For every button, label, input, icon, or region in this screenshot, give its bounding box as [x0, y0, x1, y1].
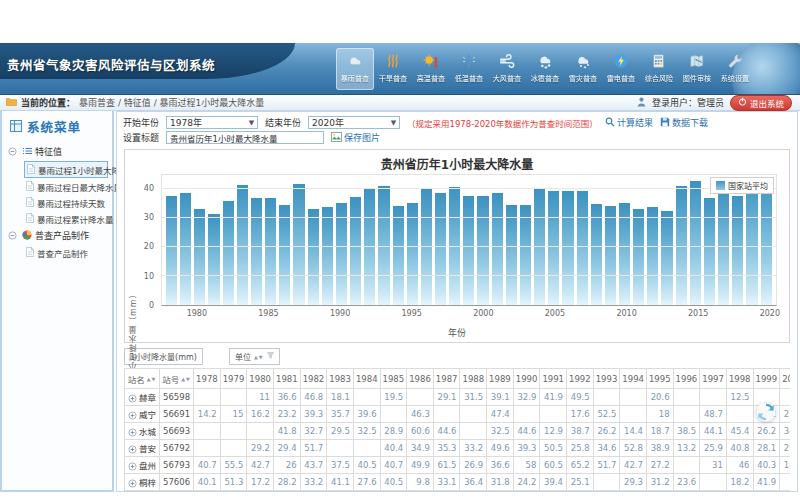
nav-item-lightning[interactable]: 雷电普查	[602, 48, 640, 90]
value-filter-label: 1小时降水量(mm)	[130, 351, 197, 362]
chart-bar	[732, 196, 743, 305]
col-header-year[interactable]: 1996	[673, 369, 700, 389]
nav-item-wrench[interactable]: 系统设置	[716, 48, 754, 90]
col-header-year[interactable]: 1990	[513, 369, 540, 389]
value-cell: 40.5	[380, 474, 407, 491]
legend-label: 国家站平均	[728, 180, 768, 191]
value-cell: 14.6	[780, 457, 790, 474]
value-cell: 40.8	[726, 440, 753, 457]
unit-filter-box[interactable]: 单位 ▲▼	[229, 348, 280, 365]
sidebar-item[interactable]: 暴雨过程累计降水量	[24, 211, 108, 226]
col-header-year[interactable]: 1993	[593, 369, 620, 389]
value-cell: 42.7	[247, 457, 274, 474]
value-cell: 39.3	[513, 440, 540, 457]
chart-bar	[251, 198, 262, 305]
value-cell: 28.9	[380, 423, 407, 440]
value-cell: 33.2	[460, 440, 487, 457]
col-header-year[interactable]: 1979	[220, 369, 247, 389]
col-header-year[interactable]: 1991	[540, 369, 567, 389]
end-year-select[interactable]: 2020年 ▼	[308, 116, 400, 129]
nav-item-rain[interactable]: 暴雨普查	[336, 48, 374, 90]
sidebar-group-header[interactable]: 特征值	[8, 143, 110, 160]
nav-item-sun[interactable]: 高温普查	[412, 48, 450, 90]
chart-gridline	[162, 188, 776, 189]
value-cell: 29.3	[620, 474, 647, 491]
sidebar-group-header[interactable]: 普查产品制作	[8, 227, 110, 244]
logout-button[interactable]: 退出系统	[730, 95, 792, 111]
nav-item-hail[interactable]: 冰雹普查	[526, 48, 564, 90]
col-header-year[interactable]: 1995	[646, 369, 673, 389]
collapse-icon[interactable]	[8, 147, 17, 156]
nav-item-risk[interactable]: 综合风险	[640, 48, 678, 90]
value-cell	[593, 389, 620, 406]
value-cell: 46.3	[407, 406, 434, 423]
col-header-station[interactable]: 站名▲▼	[125, 369, 160, 389]
value-cell: 27.6	[353, 474, 380, 491]
data-table: 站名▲▼站号▲▼19781979198019811982198319841985…	[124, 368, 790, 491]
nav-item-snow[interactable]: 雪灾普查	[564, 48, 602, 90]
sidebar-item[interactable]: 暴雨过程日最大降水量	[24, 179, 108, 194]
col-header-year[interactable]: 1997	[700, 369, 727, 389]
toolbar: 开始年份 1978年 ▼ 结束年份 2020年 ▼ （规定采用1978-2020…	[117, 112, 797, 146]
row-expand-icon[interactable]	[128, 479, 137, 488]
nav-item-heat[interactable]: 干旱普查	[374, 48, 412, 90]
col-header-year[interactable]: 1978	[194, 369, 221, 389]
value-cell: 45.4	[726, 423, 753, 440]
col-header-year[interactable]: 1980	[247, 369, 274, 389]
col-header-year[interactable]: 1982	[300, 369, 327, 389]
value-cell: 51.7	[300, 440, 327, 457]
col-header-year[interactable]: 1994	[620, 369, 647, 389]
col-header-year[interactable]: 1985	[380, 369, 407, 389]
col-header-year[interactable]: 1992	[567, 369, 594, 389]
col-header-year[interactable]: 1988	[460, 369, 487, 389]
col-header-year[interactable]: 1986	[407, 369, 434, 389]
nav-item-map[interactable]: 图件审核	[678, 48, 716, 90]
col-header-year[interactable]: 1989	[487, 369, 514, 389]
chart-bars	[162, 175, 776, 305]
chart-title-input[interactable]	[166, 131, 324, 144]
chart-bar	[293, 184, 304, 305]
login-user-text: 登录用户：管理员	[652, 96, 724, 109]
row-expand-icon[interactable]	[128, 394, 137, 403]
col-header-station-id[interactable]: 站号▲▼	[160, 369, 194, 389]
col-header-year[interactable]: 1987	[433, 369, 460, 389]
sidebar-group: 特征值暴雨过程1小时最大降水量暴雨过程日最大降水量暴雨过程持续天数暴雨过程累计降…	[8, 143, 110, 226]
nav-item-label: 干旱普查	[379, 72, 408, 82]
col-header-year[interactable]: 1984	[353, 369, 380, 389]
value-cell: 38.9	[646, 440, 673, 457]
collapse-icon[interactable]	[8, 231, 17, 240]
chart-panel: 贵州省历年1小时最大降水量 国家站平均 1小时降水量（mm） 010203040…	[124, 149, 790, 343]
col-header-year[interactable]: 1981	[273, 369, 300, 389]
col-header-year[interactable]: 1998	[726, 369, 753, 389]
row-expand-icon[interactable]	[128, 445, 137, 454]
sidebar-item[interactable]: 暴雨过程1小时最大降水量	[24, 161, 108, 178]
row-expand-icon[interactable]	[128, 462, 137, 471]
chart-bar	[761, 179, 772, 305]
row-expand-icon[interactable]	[128, 428, 137, 437]
col-header-year[interactable]: 2000	[780, 369, 790, 389]
value-cell: 17.2	[247, 474, 274, 491]
col-header-year[interactable]: 1999	[753, 369, 780, 389]
sidebar-item[interactable]: 普查产品制作	[24, 245, 108, 260]
breadcrumb: 当前的位置： 暴雨普查 / 特征值 / 暴雨过程1小时最大降水量	[0, 96, 264, 109]
col-header-year[interactable]: 1983	[327, 369, 354, 389]
chart-bar	[463, 196, 474, 305]
table-header-row: 站名▲▼站号▲▼19781979198019811982198319841985…	[125, 369, 791, 389]
y-tick-label: 40	[144, 184, 154, 193]
value-cell	[700, 389, 727, 406]
nav-item-cold[interactable]: 低温普查	[450, 48, 488, 90]
value-cell	[220, 440, 247, 457]
save-image-button[interactable]: 保存图片	[331, 131, 380, 144]
user-icon	[637, 97, 646, 109]
chart-plot	[161, 174, 777, 306]
value-cell: 65.2	[567, 457, 594, 474]
value-cell: 19.5	[380, 389, 407, 406]
row-expand-icon[interactable]	[128, 411, 137, 420]
y-tick-label: 0	[149, 301, 154, 310]
nav-item-wind[interactable]: 大风普查	[488, 48, 526, 90]
start-year-select[interactable]: 1978年 ▼	[166, 116, 258, 129]
sidebar-item[interactable]: 暴雨过程持续天数	[24, 195, 108, 210]
calc-result-button[interactable]: 计算结果	[605, 116, 653, 129]
loading-refresh-icon	[756, 402, 776, 422]
data-download-button[interactable]: 数据下载	[660, 116, 708, 129]
